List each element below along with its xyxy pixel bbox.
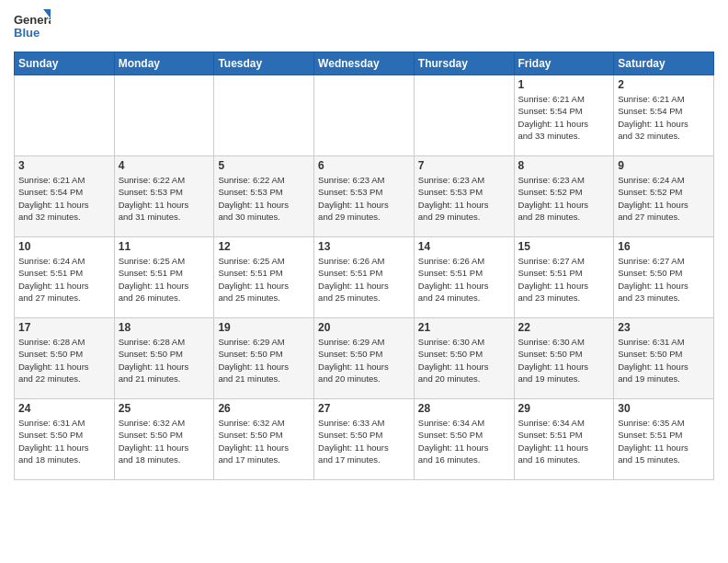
- day-number: 16: [618, 240, 710, 253]
- day-info: Sunrise: 6:34 AM Sunset: 5:51 PM Dayligh…: [518, 417, 610, 465]
- calendar-cell: 29Sunrise: 6:34 AM Sunset: 5:51 PM Dayli…: [514, 399, 614, 480]
- calendar-cell: 8Sunrise: 6:23 AM Sunset: 5:52 PM Daylig…: [514, 156, 614, 237]
- day-info: Sunrise: 6:31 AM Sunset: 5:50 PM Dayligh…: [618, 336, 710, 385]
- day-info: Sunrise: 6:35 AM Sunset: 5:51 PM Dayligh…: [618, 417, 710, 465]
- calendar-cell: 19Sunrise: 6:29 AM Sunset: 5:50 PM Dayli…: [214, 318, 314, 399]
- header: General Blue: [14, 9, 714, 46]
- day-info: Sunrise: 6:28 AM Sunset: 5:50 PM Dayligh…: [119, 336, 210, 385]
- calendar-cell: 27Sunrise: 6:33 AM Sunset: 5:50 PM Dayli…: [314, 399, 415, 480]
- day-info: Sunrise: 6:29 AM Sunset: 5:50 PM Dayligh…: [218, 336, 310, 385]
- weekday-header-saturday: Saturday: [614, 52, 714, 75]
- day-info: Sunrise: 6:22 AM Sunset: 5:53 PM Dayligh…: [119, 174, 210, 223]
- day-info: Sunrise: 6:27 AM Sunset: 5:50 PM Dayligh…: [618, 255, 710, 304]
- calendar-cell: 28Sunrise: 6:34 AM Sunset: 5:50 PM Dayli…: [414, 399, 514, 480]
- day-number: 12: [218, 240, 310, 253]
- day-number: 19: [218, 321, 310, 334]
- weekday-header-tuesday: Tuesday: [214, 52, 314, 75]
- day-info: Sunrise: 6:21 AM Sunset: 5:54 PM Dayligh…: [518, 93, 610, 142]
- day-number: 7: [418, 159, 510, 172]
- calendar-cell: 16Sunrise: 6:27 AM Sunset: 5:50 PM Dayli…: [614, 237, 714, 318]
- calendar-cell: 14Sunrise: 6:26 AM Sunset: 5:51 PM Dayli…: [414, 237, 514, 318]
- day-number: 4: [119, 159, 210, 172]
- day-number: 11: [119, 240, 210, 253]
- day-info: Sunrise: 6:21 AM Sunset: 5:54 PM Dayligh…: [18, 174, 110, 223]
- day-info: Sunrise: 6:27 AM Sunset: 5:51 PM Dayligh…: [518, 255, 610, 304]
- weekday-header-wednesday: Wednesday: [314, 52, 415, 75]
- day-info: Sunrise: 6:21 AM Sunset: 5:54 PM Dayligh…: [618, 93, 710, 142]
- calendar-cell: 13Sunrise: 6:26 AM Sunset: 5:51 PM Dayli…: [314, 237, 415, 318]
- weekday-header-row: SundayMondayTuesdayWednesdayThursdayFrid…: [15, 52, 714, 75]
- day-info: Sunrise: 6:31 AM Sunset: 5:50 PM Dayligh…: [18, 417, 110, 465]
- calendar-cell: 25Sunrise: 6:32 AM Sunset: 5:50 PM Dayli…: [114, 399, 214, 480]
- calendar-cell: 26Sunrise: 6:32 AM Sunset: 5:50 PM Dayli…: [214, 399, 314, 480]
- calendar-cell: [214, 75, 314, 156]
- day-number: 9: [618, 159, 710, 172]
- calendar-cell: 20Sunrise: 6:29 AM Sunset: 5:50 PM Dayli…: [314, 318, 415, 399]
- day-info: Sunrise: 6:30 AM Sunset: 5:50 PM Dayligh…: [418, 336, 510, 385]
- day-info: Sunrise: 6:33 AM Sunset: 5:50 PM Dayligh…: [318, 417, 410, 465]
- week-row-2: 3Sunrise: 6:21 AM Sunset: 5:54 PM Daylig…: [15, 156, 714, 237]
- day-number: 21: [418, 321, 510, 334]
- calendar-cell: 15Sunrise: 6:27 AM Sunset: 5:51 PM Dayli…: [514, 237, 614, 318]
- calendar-cell: 23Sunrise: 6:31 AM Sunset: 5:50 PM Dayli…: [614, 318, 714, 399]
- day-number: 6: [318, 159, 410, 172]
- day-number: 20: [318, 321, 410, 334]
- day-info: Sunrise: 6:25 AM Sunset: 5:51 PM Dayligh…: [119, 255, 210, 304]
- day-info: Sunrise: 6:25 AM Sunset: 5:51 PM Dayligh…: [218, 255, 310, 304]
- day-info: Sunrise: 6:24 AM Sunset: 5:52 PM Dayligh…: [618, 174, 710, 223]
- day-number: 2: [618, 78, 710, 91]
- calendar-cell: 1Sunrise: 6:21 AM Sunset: 5:54 PM Daylig…: [514, 75, 614, 156]
- day-number: 25: [119, 402, 210, 415]
- week-row-1: 1Sunrise: 6:21 AM Sunset: 5:54 PM Daylig…: [15, 75, 714, 156]
- calendar-cell: 24Sunrise: 6:31 AM Sunset: 5:50 PM Dayli…: [15, 399, 115, 480]
- day-number: 17: [18, 321, 110, 334]
- calendar-cell: 4Sunrise: 6:22 AM Sunset: 5:53 PM Daylig…: [114, 156, 214, 237]
- calendar-cell: 17Sunrise: 6:28 AM Sunset: 5:50 PM Dayli…: [15, 318, 115, 399]
- week-row-4: 17Sunrise: 6:28 AM Sunset: 5:50 PM Dayli…: [15, 318, 714, 399]
- calendar-cell: 22Sunrise: 6:30 AM Sunset: 5:50 PM Dayli…: [514, 318, 614, 399]
- week-row-5: 24Sunrise: 6:31 AM Sunset: 5:50 PM Dayli…: [15, 399, 714, 480]
- day-number: 18: [119, 321, 210, 334]
- day-number: 28: [418, 402, 510, 415]
- day-number: 5: [218, 159, 310, 172]
- calendar-cell: 3Sunrise: 6:21 AM Sunset: 5:54 PM Daylig…: [15, 156, 115, 237]
- calendar-cell: 5Sunrise: 6:22 AM Sunset: 5:53 PM Daylig…: [214, 156, 314, 237]
- calendar-cell: [114, 75, 214, 156]
- day-info: Sunrise: 6:26 AM Sunset: 5:51 PM Dayligh…: [318, 255, 410, 304]
- calendar-cell: [414, 75, 514, 156]
- svg-text:General: General: [14, 13, 51, 27]
- calendar-cell: 9Sunrise: 6:24 AM Sunset: 5:52 PM Daylig…: [614, 156, 714, 237]
- day-number: 29: [518, 402, 610, 415]
- day-number: 8: [518, 159, 610, 172]
- day-number: 24: [18, 402, 110, 415]
- day-info: Sunrise: 6:24 AM Sunset: 5:51 PM Dayligh…: [18, 255, 110, 304]
- day-info: Sunrise: 6:32 AM Sunset: 5:50 PM Dayligh…: [218, 417, 310, 465]
- day-info: Sunrise: 6:30 AM Sunset: 5:50 PM Dayligh…: [518, 336, 610, 385]
- calendar-cell: 7Sunrise: 6:23 AM Sunset: 5:53 PM Daylig…: [414, 156, 514, 237]
- day-number: 23: [618, 321, 710, 334]
- weekday-header-friday: Friday: [514, 52, 614, 75]
- day-info: Sunrise: 6:22 AM Sunset: 5:53 PM Dayligh…: [218, 174, 310, 223]
- day-number: 14: [418, 240, 510, 253]
- calendar-cell: 21Sunrise: 6:30 AM Sunset: 5:50 PM Dayli…: [414, 318, 514, 399]
- calendar-cell: 12Sunrise: 6:25 AM Sunset: 5:51 PM Dayli…: [214, 237, 314, 318]
- day-number: 22: [518, 321, 610, 334]
- weekday-header-monday: Monday: [114, 52, 214, 75]
- calendar-cell: 30Sunrise: 6:35 AM Sunset: 5:51 PM Dayli…: [614, 399, 714, 480]
- day-number: 26: [218, 402, 310, 415]
- calendar-cell: [15, 75, 115, 156]
- calendar-cell: 10Sunrise: 6:24 AM Sunset: 5:51 PM Dayli…: [15, 237, 115, 318]
- week-row-3: 10Sunrise: 6:24 AM Sunset: 5:51 PM Dayli…: [15, 237, 714, 318]
- calendar-cell: 11Sunrise: 6:25 AM Sunset: 5:51 PM Dayli…: [114, 237, 214, 318]
- day-number: 3: [18, 159, 110, 172]
- calendar-cell: [314, 75, 415, 156]
- day-number: 27: [318, 402, 410, 415]
- day-info: Sunrise: 6:28 AM Sunset: 5:50 PM Dayligh…: [18, 336, 110, 385]
- weekday-header-thursday: Thursday: [414, 52, 514, 75]
- calendar-cell: 6Sunrise: 6:23 AM Sunset: 5:53 PM Daylig…: [314, 156, 415, 237]
- day-number: 15: [518, 240, 610, 253]
- calendar-cell: 18Sunrise: 6:28 AM Sunset: 5:50 PM Dayli…: [114, 318, 214, 399]
- day-number: 30: [618, 402, 710, 415]
- weekday-header-sunday: Sunday: [15, 52, 115, 75]
- page: General Blue SundayMondayTuesdayWednesda…: [0, 0, 728, 494]
